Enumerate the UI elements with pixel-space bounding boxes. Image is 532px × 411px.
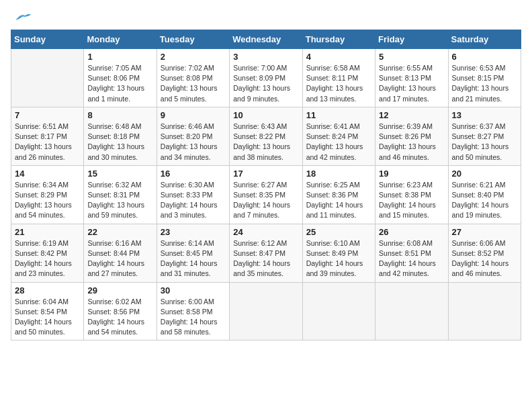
calendar-cell: 2 Sunrise: 7:02 AMSunset: 8:08 PMDayligh… bbox=[157, 49, 229, 107]
day-detail: Sunrise: 6:41 AMSunset: 8:24 PMDaylight:… bbox=[306, 122, 371, 163]
calendar-cell: 28 Sunrise: 6:04 AMSunset: 8:54 PMDaylig… bbox=[11, 282, 84, 340]
day-number: 4 bbox=[306, 52, 371, 62]
calendar-cell: 25 Sunrise: 6:10 AMSunset: 8:49 PMDaylig… bbox=[302, 224, 375, 282]
day-detail: Sunrise: 6:19 AMSunset: 8:42 PMDaylight:… bbox=[15, 238, 80, 279]
calendar-cell: 27 Sunrise: 6:06 AMSunset: 8:52 PMDaylig… bbox=[448, 224, 521, 282]
day-number: 29 bbox=[87, 285, 152, 295]
day-detail: Sunrise: 6:37 AMSunset: 8:27 PMDaylight:… bbox=[452, 122, 517, 163]
logo-bird-icon bbox=[13, 11, 32, 24]
day-number: 13 bbox=[452, 110, 517, 120]
day-detail: Sunrise: 6:06 AMSunset: 8:52 PMDaylight:… bbox=[452, 238, 517, 279]
day-number: 1 bbox=[87, 52, 152, 62]
page-header bbox=[11, 11, 521, 24]
calendar-cell bbox=[11, 49, 84, 107]
day-number: 30 bbox=[161, 285, 226, 295]
calendar-cell: 4 Sunrise: 6:58 AMSunset: 8:11 PMDayligh… bbox=[302, 49, 375, 107]
calendar-table: SundayMondayTuesdayWednesdayThursdayFrid… bbox=[11, 30, 521, 340]
day-number: 14 bbox=[15, 169, 80, 179]
calendar-cell: 22 Sunrise: 6:16 AMSunset: 8:44 PMDaylig… bbox=[84, 224, 157, 282]
day-number: 18 bbox=[306, 169, 371, 179]
day-number: 3 bbox=[233, 52, 298, 62]
day-detail: Sunrise: 7:02 AMSunset: 8:08 PMDaylight:… bbox=[161, 63, 226, 104]
calendar-cell: 24 Sunrise: 6:12 AMSunset: 8:47 PMDaylig… bbox=[230, 224, 302, 282]
day-detail: Sunrise: 6:51 AMSunset: 8:17 PMDaylight:… bbox=[15, 122, 80, 163]
day-number: 15 bbox=[87, 169, 152, 179]
calendar-cell: 21 Sunrise: 6:19 AMSunset: 8:42 PMDaylig… bbox=[11, 224, 84, 282]
day-detail: Sunrise: 6:21 AMSunset: 8:40 PMDaylight:… bbox=[452, 180, 517, 221]
calendar-cell bbox=[302, 282, 375, 340]
calendar-cell bbox=[375, 282, 448, 340]
calendar-week-4: 21 Sunrise: 6:19 AMSunset: 8:42 PMDaylig… bbox=[11, 224, 521, 282]
day-detail: Sunrise: 6:30 AMSunset: 8:33 PMDaylight:… bbox=[161, 180, 226, 221]
day-detail: Sunrise: 6:53 AMSunset: 8:15 PMDaylight:… bbox=[452, 63, 517, 104]
calendar-cell: 8 Sunrise: 6:48 AMSunset: 8:18 PMDayligh… bbox=[84, 107, 157, 165]
calendar-week-1: 1 Sunrise: 7:05 AMSunset: 8:06 PMDayligh… bbox=[11, 49, 521, 107]
day-number: 28 bbox=[15, 285, 80, 295]
calendar-week-5: 28 Sunrise: 6:04 AMSunset: 8:54 PMDaylig… bbox=[11, 282, 521, 340]
day-number: 22 bbox=[87, 227, 152, 237]
calendar-cell: 26 Sunrise: 6:08 AMSunset: 8:51 PMDaylig… bbox=[375, 224, 448, 282]
day-detail: Sunrise: 6:16 AMSunset: 8:44 PMDaylight:… bbox=[87, 238, 152, 279]
calendar-cell: 20 Sunrise: 6:21 AMSunset: 8:40 PMDaylig… bbox=[448, 165, 521, 224]
day-number: 17 bbox=[233, 169, 298, 179]
header-wednesday: Wednesday bbox=[230, 30, 302, 49]
day-number: 2 bbox=[161, 52, 226, 62]
calendar-cell: 10 Sunrise: 6:43 AMSunset: 8:22 PMDaylig… bbox=[230, 107, 302, 165]
calendar-week-2: 7 Sunrise: 6:51 AMSunset: 8:17 PMDayligh… bbox=[11, 107, 521, 165]
calendar-cell: 12 Sunrise: 6:39 AMSunset: 8:26 PMDaylig… bbox=[375, 107, 448, 165]
calendar-cell bbox=[230, 282, 302, 340]
day-number: 7 bbox=[15, 110, 80, 120]
header-sunday: Sunday bbox=[11, 30, 84, 49]
header-tuesday: Tuesday bbox=[157, 30, 229, 49]
calendar-cell: 19 Sunrise: 6:23 AMSunset: 8:38 PMDaylig… bbox=[375, 165, 448, 224]
day-number: 6 bbox=[452, 52, 517, 62]
day-number: 23 bbox=[161, 227, 226, 237]
day-detail: Sunrise: 6:39 AMSunset: 8:26 PMDaylight:… bbox=[379, 122, 444, 163]
calendar-cell: 16 Sunrise: 6:30 AMSunset: 8:33 PMDaylig… bbox=[157, 165, 229, 224]
calendar-cell: 13 Sunrise: 6:37 AMSunset: 8:27 PMDaylig… bbox=[448, 107, 521, 165]
day-detail: Sunrise: 6:00 AMSunset: 8:58 PMDaylight:… bbox=[161, 297, 226, 338]
header-thursday: Thursday bbox=[302, 30, 375, 49]
calendar-cell: 18 Sunrise: 6:25 AMSunset: 8:36 PMDaylig… bbox=[302, 165, 375, 224]
day-detail: Sunrise: 6:12 AMSunset: 8:47 PMDaylight:… bbox=[233, 238, 298, 279]
day-number: 10 bbox=[233, 110, 298, 120]
day-number: 25 bbox=[306, 227, 371, 237]
day-detail: Sunrise: 7:05 AMSunset: 8:06 PMDaylight:… bbox=[87, 63, 152, 104]
day-detail: Sunrise: 6:25 AMSunset: 8:36 PMDaylight:… bbox=[306, 180, 371, 221]
calendar-cell: 17 Sunrise: 6:27 AMSunset: 8:35 PMDaylig… bbox=[230, 165, 302, 224]
day-number: 24 bbox=[233, 227, 298, 237]
calendar-cell: 9 Sunrise: 6:46 AMSunset: 8:20 PMDayligh… bbox=[157, 107, 229, 165]
day-number: 26 bbox=[379, 227, 444, 237]
day-detail: Sunrise: 6:10 AMSunset: 8:49 PMDaylight:… bbox=[306, 238, 371, 279]
day-detail: Sunrise: 7:00 AMSunset: 8:09 PMDaylight:… bbox=[233, 63, 298, 104]
day-detail: Sunrise: 6:46 AMSunset: 8:20 PMDaylight:… bbox=[161, 122, 226, 163]
day-detail: Sunrise: 6:23 AMSunset: 8:38 PMDaylight:… bbox=[379, 180, 444, 221]
logo bbox=[11, 11, 32, 24]
day-number: 8 bbox=[87, 110, 152, 120]
calendar-header-row: SundayMondayTuesdayWednesdayThursdayFrid… bbox=[11, 30, 521, 49]
day-number: 16 bbox=[161, 169, 226, 179]
day-number: 19 bbox=[379, 169, 444, 179]
calendar-week-3: 14 Sunrise: 6:34 AMSunset: 8:29 PMDaylig… bbox=[11, 165, 521, 224]
calendar-cell: 7 Sunrise: 6:51 AMSunset: 8:17 PMDayligh… bbox=[11, 107, 84, 165]
day-detail: Sunrise: 6:27 AMSunset: 8:35 PMDaylight:… bbox=[233, 180, 298, 221]
calendar-cell: 29 Sunrise: 6:02 AMSunset: 8:56 PMDaylig… bbox=[84, 282, 157, 340]
calendar-cell: 5 Sunrise: 6:55 AMSunset: 8:13 PMDayligh… bbox=[375, 49, 448, 107]
calendar-cell: 6 Sunrise: 6:53 AMSunset: 8:15 PMDayligh… bbox=[448, 49, 521, 107]
header-monday: Monday bbox=[84, 30, 157, 49]
day-number: 21 bbox=[15, 227, 80, 237]
day-detail: Sunrise: 6:55 AMSunset: 8:13 PMDaylight:… bbox=[379, 63, 444, 104]
day-detail: Sunrise: 6:43 AMSunset: 8:22 PMDaylight:… bbox=[233, 122, 298, 163]
day-detail: Sunrise: 6:14 AMSunset: 8:45 PMDaylight:… bbox=[161, 238, 226, 279]
calendar-cell: 1 Sunrise: 7:05 AMSunset: 8:06 PMDayligh… bbox=[84, 49, 157, 107]
day-number: 27 bbox=[452, 227, 517, 237]
day-number: 9 bbox=[161, 110, 226, 120]
day-number: 5 bbox=[379, 52, 444, 62]
header-friday: Friday bbox=[375, 30, 448, 49]
day-number: 12 bbox=[379, 110, 444, 120]
day-detail: Sunrise: 6:58 AMSunset: 8:11 PMDaylight:… bbox=[306, 63, 371, 104]
day-detail: Sunrise: 6:08 AMSunset: 8:51 PMDaylight:… bbox=[379, 238, 444, 279]
calendar-cell: 3 Sunrise: 7:00 AMSunset: 8:09 PMDayligh… bbox=[230, 49, 302, 107]
header-saturday: Saturday bbox=[448, 30, 521, 49]
day-detail: Sunrise: 6:48 AMSunset: 8:18 PMDaylight:… bbox=[87, 122, 152, 163]
